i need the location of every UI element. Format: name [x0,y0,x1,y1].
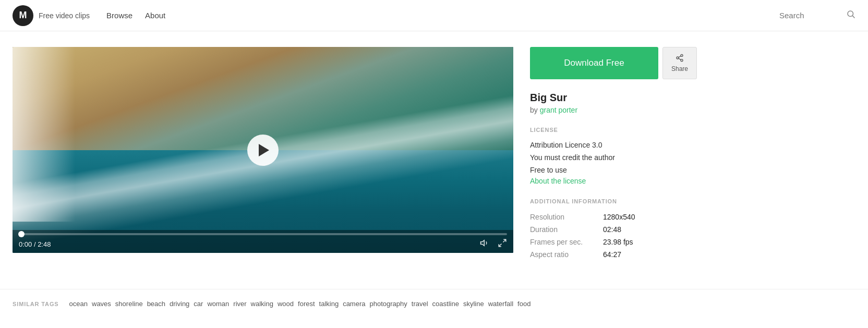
license-section: LICENSE Attribution Licence 3.0 You must… [530,127,697,186]
tag-item[interactable]: talking [319,300,339,308]
share-icon [676,54,684,64]
svg-line-8 [679,58,681,60]
site-name: Free video clips [39,11,90,20]
tag-item[interactable]: camera [343,300,365,308]
video-container: 0:00 / 2:48 [13,47,513,253]
info-row: Resolution1280x540 [530,211,697,223]
author-prefix: by [530,106,540,114]
video-author: by grant porter [530,106,697,114]
logo-icon: M [13,5,33,26]
svg-line-1 [852,16,854,18]
additional-info-section: ADDITIONAL INFORMATION Resolution1280x54… [530,198,697,261]
additional-label: ADDITIONAL INFORMATION [530,198,697,204]
info-row: Frames per sec.23.98 fps [530,236,697,248]
tag-item[interactable]: waterfall [488,300,513,308]
license-text: Attribution Licence 3.0 You must credit … [530,139,697,176]
info-value: 23.98 fps [603,236,697,248]
svg-line-3 [503,239,506,242]
license-line-1: Attribution Licence 3.0 [530,139,697,152]
search-button[interactable] [846,9,855,21]
tag-item[interactable]: coastline [432,300,459,308]
video-section: 0:00 / 2:48 [13,47,513,273]
info-label: Frames per sec. [530,236,603,248]
tags-list: oceanwavesshorelinebeachdrivingcarwomanr… [69,300,531,308]
svg-marker-2 [481,240,485,246]
tag-item[interactable]: forest [298,300,315,308]
similar-tags-label: SIMILAR TAGS [13,301,59,307]
logo-link[interactable]: M Free video clips [13,5,90,26]
tag-item[interactable]: shoreline [115,300,143,308]
fade-left [13,47,75,222]
tag-item[interactable]: woman [207,300,229,308]
license-link[interactable]: About the license [530,177,586,185]
progress-dot [18,231,25,237]
tag-item[interactable]: car [194,300,203,308]
info-value: 02:48 [603,223,697,236]
tag-item[interactable]: river [233,300,246,308]
share-button[interactable]: Share [662,47,697,79]
info-value: 64:27 [603,248,697,261]
tag-item[interactable]: ocean [69,300,88,308]
video-controls: 0:00 / 2:48 [13,230,513,253]
tag-item[interactable]: skyline [463,300,484,308]
svg-point-0 [848,11,853,17]
info-label: Resolution [530,211,603,223]
info-label: Duration [530,223,603,236]
svg-line-9 [679,56,681,57]
time-display: 0:00 / 2:48 [19,240,51,248]
info-table: Resolution1280x540Duration02:48Frames pe… [530,211,697,261]
info-label: Aspect ratio [530,248,603,261]
progress-bar[interactable] [19,233,507,235]
svg-point-6 [677,57,679,59]
info-row: Aspect ratio64:27 [530,248,697,261]
sidebar: Download Free Share Big Sur by grant por… [530,47,697,273]
nav-about[interactable]: About [145,11,165,20]
tag-item[interactable]: photography [370,300,407,308]
svg-point-5 [681,54,683,56]
play-button[interactable] [247,135,279,166]
share-label: Share [671,65,688,72]
search-area [779,9,855,21]
search-input[interactable] [779,11,842,20]
video-thumbnail [13,47,513,253]
header: M Free video clips Browse About [0,0,868,31]
video-title: Big Sur [530,92,697,104]
control-icons [480,238,507,250]
fullscreen-icon [498,238,507,248]
info-row: Duration02:48 [530,223,697,236]
volume-icon [480,238,489,248]
license-line-3: Free to use [530,164,697,177]
download-area: Download Free Share [530,47,697,79]
controls-row: 0:00 / 2:48 [19,238,507,250]
download-button[interactable]: Download Free [530,47,658,79]
author-link[interactable]: grant porter [540,106,577,114]
main-content: 0:00 / 2:48 [0,31,868,289]
tag-item[interactable]: walking [251,300,273,308]
nav-browse[interactable]: Browse [106,11,132,20]
main-nav: Browse About [106,11,165,20]
tag-item[interactable]: wood [278,300,294,308]
tag-item[interactable]: beach [147,300,165,308]
search-icon [846,9,855,19]
tag-item[interactable]: driving [170,300,189,308]
info-value: 1280x540 [603,211,697,223]
license-line-2: You must credit the author [530,152,697,164]
svg-line-4 [499,244,501,247]
play-icon [259,144,269,156]
fullscreen-button[interactable] [498,238,507,250]
tag-item[interactable]: travel [412,300,428,308]
tag-item[interactable]: waves [92,300,111,308]
tag-item[interactable]: food [517,300,531,308]
volume-button[interactable] [480,238,489,250]
tags-section: SIMILAR TAGS oceanwavesshorelinebeachdri… [0,289,868,318]
license-label: LICENSE [530,127,697,133]
svg-point-7 [681,59,683,62]
